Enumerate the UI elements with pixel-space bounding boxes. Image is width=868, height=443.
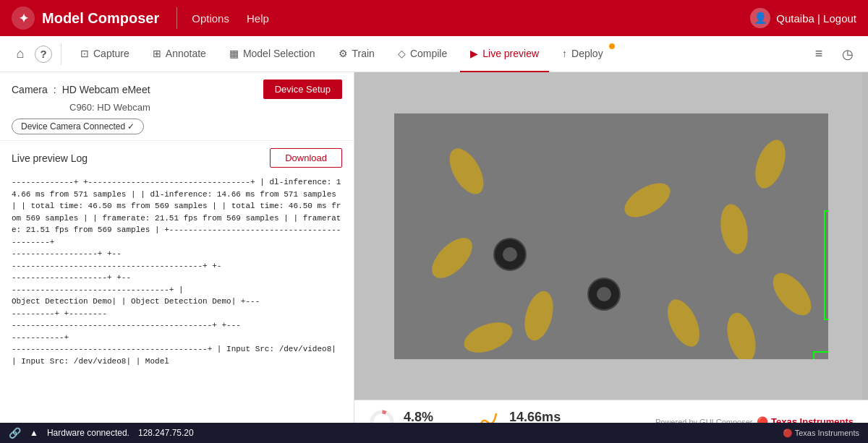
- tab-capture-label: Capture: [93, 48, 129, 59]
- options-menu[interactable]: Options: [192, 12, 229, 25]
- tab-train[interactable]: ⚙ Train: [328, 36, 385, 72]
- app-header: ✦ Model Composer Options Help 👤 Qutaiba …: [0, 0, 868, 36]
- log-content[interactable]: -------------+ +------------------------…: [0, 172, 354, 443]
- camera-value: HD Webcam eMeet: [62, 84, 150, 95]
- svg-point-15: [597, 287, 611, 301]
- status-bar: 🔗 ▲ Hardware connected. 128.247.75.20 🔴 …: [0, 423, 868, 443]
- tab-deploy-wrapper: ↑ Deploy: [552, 36, 613, 72]
- link-icon: 🔗: [9, 427, 21, 439]
- app-title: Model Composer: [42, 10, 159, 27]
- connected-badge: Device Camera Connected ✓: [12, 119, 144, 134]
- tab-compile[interactable]: ◇ Compile: [388, 36, 457, 72]
- user-label: Qutaiba | Logout: [776, 12, 856, 25]
- tab-deploy-label: Deploy: [571, 48, 603, 59]
- camera-label: Camera: [12, 84, 48, 95]
- status-text: Hardware connected.: [47, 428, 129, 438]
- deploy-icon: ↑: [562, 48, 567, 59]
- header-user: 👤 Qutaiba | Logout: [750, 8, 856, 28]
- tab-train-label: Train: [352, 48, 375, 59]
- model-selection-icon: ▦: [229, 48, 239, 59]
- expand-icon[interactable]: ▲: [30, 428, 38, 438]
- log-text: -------------+ +------------------------…: [12, 176, 342, 367]
- svg-point-12: [503, 247, 517, 262]
- annotate-icon: ⊞: [153, 48, 161, 59]
- status-left: 🔗 ▲ Hardware connected. 128.247.75.20: [9, 427, 194, 439]
- left-panel: Camera : HD Webcam eMeet Device Setup C9…: [0, 72, 354, 443]
- detection-svg: Half_Ring No_Ring Good Good Good: [394, 113, 828, 359]
- compile-icon: ◇: [398, 48, 406, 59]
- tab-annotate-label: Annotate: [166, 48, 206, 59]
- tab-live-preview-label: Live preview: [482, 48, 539, 59]
- device-setup-button[interactable]: Device Setup: [263, 79, 342, 99]
- download-button[interactable]: Download: [270, 148, 342, 168]
- detection-canvas: Half_Ring No_Ring Good Good Good: [394, 113, 828, 359]
- capture-icon: ⊡: [80, 48, 89, 59]
- tab-annotate[interactable]: ⊞ Annotate: [142, 36, 216, 72]
- live-preview-icon: ▶: [470, 48, 478, 59]
- list-view-icon[interactable]: ≡: [807, 43, 830, 66]
- deploy-notification-dot: [609, 43, 615, 49]
- preview-image-container: Half_Ring No_Ring Good Good Good: [354, 72, 868, 400]
- tab-model-selection[interactable]: ▦ Model Selection: [219, 36, 326, 72]
- app-logo: ✦ Model Composer: [12, 7, 159, 30]
- tab-deploy[interactable]: ↑ Deploy: [552, 36, 613, 72]
- header-nav: Options Help: [192, 12, 750, 25]
- camera-row: Camera : HD Webcam eMeet Device Setup: [12, 79, 342, 99]
- home-icon[interactable]: ⌂: [9, 43, 32, 66]
- right-panel: Half_Ring No_Ring Good Good Good: [354, 72, 868, 443]
- log-title: Live preview Log: [12, 152, 88, 164]
- tab-compile-label: Compile: [410, 48, 447, 59]
- header-divider: [176, 7, 177, 29]
- log-section: Live preview Log Download -------------+…: [0, 141, 354, 443]
- status-right: 🔴 Texas Instruments: [783, 429, 859, 438]
- ti-status-text: Texas Instruments: [795, 429, 859, 437]
- camera-section: Camera : HD Webcam eMeet Device Setup C9…: [0, 72, 354, 141]
- tab-capture[interactable]: ⊡ Capture: [70, 36, 140, 72]
- logo-icon: ✦: [12, 7, 35, 30]
- ip-address: 128.247.75.20: [138, 428, 194, 438]
- history-icon[interactable]: ◷: [836, 43, 859, 66]
- subnav-divider: [61, 43, 61, 65]
- tab-live-preview[interactable]: ▶ Live preview: [460, 36, 549, 72]
- preview-scrollbar[interactable]: [862, 72, 868, 400]
- subnav-right-icons: ≡ ◷: [807, 43, 859, 66]
- preview-area: Half_Ring No_Ring Good Good Good: [354, 72, 868, 400]
- log-header: Live preview Log Download: [0, 141, 354, 172]
- help-menu[interactable]: Help: [247, 12, 269, 25]
- camera-model: C960: HD Webcam: [69, 102, 342, 113]
- camera-colon: :: [54, 84, 56, 95]
- help-icon[interactable]: ?: [35, 46, 52, 63]
- subnav: ⌂ ? ⊡ Capture ⊞ Annotate ▦ Model Selecti…: [0, 36, 868, 72]
- train-icon: ⚙: [339, 48, 348, 59]
- main-content: Camera : HD Webcam eMeet Device Setup C9…: [0, 72, 868, 443]
- tab-model-selection-label: Model Selection: [243, 48, 315, 59]
- user-avatar-icon: 👤: [750, 8, 770, 28]
- ti-status-label: 🔴 Texas Instruments: [783, 429, 859, 438]
